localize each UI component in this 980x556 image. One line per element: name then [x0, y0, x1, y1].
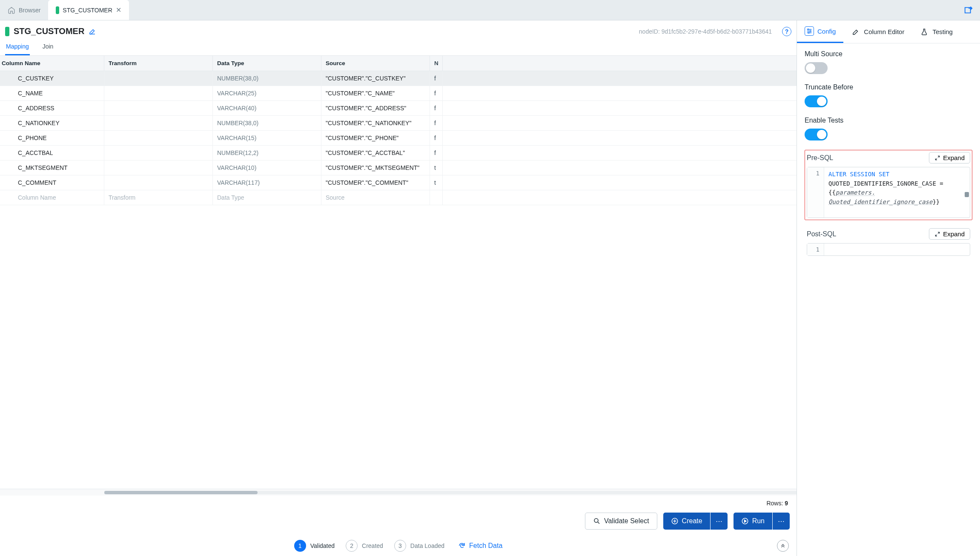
multi-source-label: Multi Source: [805, 50, 972, 58]
cell-column-name: C_MKTSEGMENT: [0, 160, 104, 175]
cell-transform: Transform: [104, 190, 213, 205]
cell-source: "CUSTOMER"."C_MKTSEGMENT": [321, 160, 430, 175]
cell-nullable: f: [430, 146, 443, 160]
multi-source-toggle[interactable]: [805, 62, 828, 74]
table-row-placeholder[interactable]: Column NameTransformData TypeSource: [0, 190, 797, 205]
help-icon[interactable]: ?: [782, 27, 791, 36]
cell-data-type: Data Type: [213, 190, 321, 205]
cell-transform: [104, 101, 213, 115]
table-row[interactable]: C_MKTSEGMENTVARCHAR(10)"CUSTOMER"."C_MKT…: [0, 160, 797, 175]
scrollbar-thumb[interactable]: [965, 192, 969, 197]
step-label: Created: [362, 542, 383, 549]
cell-transform: [104, 146, 213, 160]
run-button[interactable]: Run: [734, 513, 772, 530]
truncate-before-toggle[interactable]: [805, 95, 828, 107]
node-header: STG_CUSTOMER nodeID: 9d1fc5b2-297e-4d5f-…: [0, 20, 797, 40]
tab-browser-label: Browser: [19, 7, 40, 14]
fetch-data-button[interactable]: Fetch Data: [458, 542, 502, 550]
side-tab-config[interactable]: Config: [797, 20, 843, 43]
cell-nullable: f: [430, 101, 443, 115]
pre-sql-code[interactable]: ALTER SESSION SET QUOTED_IDENTIFIERS_IGN…: [824, 167, 970, 218]
tabs-bar: Browser STG_CUSTOMER ✕: [0, 0, 980, 20]
edit-icon[interactable]: [89, 28, 96, 35]
svg-point-4: [810, 31, 811, 32]
enable-tests-label: Enable Tests: [805, 117, 972, 124]
cell-source: "CUSTOMER"."C_ADDRESS": [321, 101, 430, 115]
cell-column-name: C_COMMENT: [0, 175, 104, 190]
tab-browser[interactable]: Browser: [0, 0, 48, 20]
svg-point-5: [808, 32, 809, 34]
col-header-name[interactable]: Column Name: [0, 56, 104, 71]
cell-nullable: f: [430, 116, 443, 130]
svg-point-0: [594, 519, 598, 522]
pre-sql-section: Pre-SQL Expand 1 ALTER SESSION SET QUOTE…: [805, 150, 972, 220]
col-header-type[interactable]: Data Type: [213, 56, 321, 71]
subtab-mapping[interactable]: Mapping: [5, 43, 30, 55]
more-icon: ⋯: [778, 517, 785, 525]
col-header-transform[interactable]: Transform: [104, 56, 213, 71]
step-number-icon: 1: [294, 540, 306, 552]
cell-column-name: C_ADDRESS: [0, 101, 104, 115]
step-label: Validated: [310, 542, 335, 549]
enable-tests-toggle[interactable]: [805, 129, 828, 140]
run-more-button[interactable]: ⋯: [773, 513, 790, 530]
table-row[interactable]: C_PHONEVARCHAR(15)"CUSTOMER"."C_PHONE"f: [0, 131, 797, 146]
col-header-source[interactable]: Source: [321, 56, 430, 71]
cell-data-type: VARCHAR(15): [213, 131, 321, 145]
table-row[interactable]: C_ACCTBALNUMBER(12,2)"CUSTOMER"."C_ACCTB…: [0, 146, 797, 160]
line-number: 1: [807, 167, 824, 218]
pre-sql-expand-button[interactable]: Expand: [929, 152, 970, 163]
cell-nullable: t: [430, 160, 443, 175]
cell-data-type: VARCHAR(10): [213, 160, 321, 175]
table-row[interactable]: C_ADDRESSVARCHAR(40)"CUSTOMER"."C_ADDRES…: [0, 101, 797, 116]
rows-count: Rows: 9: [0, 496, 797, 511]
node-id: nodeID: 9d1fc5b2-297e-4d5f-b6d2-b03771b4…: [639, 28, 772, 35]
status-step: 1Validated: [294, 540, 335, 552]
collapse-icon[interactable]: [777, 540, 789, 552]
cell-data-type: NUMBER(12,2): [213, 146, 321, 160]
table-row[interactable]: C_COMMENTVARCHAR(117)"CUSTOMER"."C_COMME…: [0, 175, 797, 190]
subtab-join[interactable]: Join: [42, 43, 54, 55]
svg-point-3: [808, 29, 809, 30]
cell-column-name: C_PHONE: [0, 131, 104, 145]
cell-column-name: Column Name: [0, 190, 104, 205]
cell-source: "CUSTOMER"."C_CUSTKEY": [321, 71, 430, 86]
table-row[interactable]: C_NAMEVARCHAR(25)"CUSTOMER"."C_NAME"f: [0, 86, 797, 101]
horizontal-scrollbar[interactable]: [0, 489, 797, 496]
table-row[interactable]: C_NATIONKEYNUMBER(38,0)"CUSTOMER"."C_NAT…: [0, 116, 797, 131]
mapping-grid: Column Name Transform Data Type Source N…: [0, 56, 797, 496]
cell-column-name: C_ACCTBAL: [0, 146, 104, 160]
cell-source: "CUSTOMER"."C_ACCTBAL": [321, 146, 430, 160]
cell-transform: [104, 160, 213, 175]
side-tab-column-editor[interactable]: Column Editor: [843, 20, 912, 43]
post-sql-label: Post-SQL: [807, 230, 836, 238]
cell-nullable: t: [430, 175, 443, 190]
cell-source: "CUSTOMER"."C_NAME": [321, 86, 430, 100]
cell-transform: [104, 175, 213, 190]
close-icon[interactable]: ✕: [116, 6, 121, 14]
table-row[interactable]: C_CUSTKEYNUMBER(38,0)"CUSTOMER"."C_CUSTK…: [0, 71, 797, 86]
open-external-button[interactable]: [957, 6, 980, 15]
cell-nullable: f: [430, 131, 443, 145]
create-more-button[interactable]: ⋯: [711, 513, 728, 530]
col-header-null[interactable]: N: [430, 56, 443, 71]
validate-select-button[interactable]: Validate Select: [585, 513, 657, 530]
create-button[interactable]: Create: [663, 513, 710, 530]
post-sql-code[interactable]: [824, 244, 970, 255]
post-sql-expand-button[interactable]: Expand: [929, 228, 970, 240]
node-badge-icon: [56, 6, 59, 14]
flask-icon: [920, 27, 929, 37]
expand-icon: [934, 231, 940, 237]
node-title: STG_CUSTOMER: [14, 26, 84, 36]
pre-sql-editor[interactable]: 1 ALTER SESSION SET QUOTED_IDENTIFIERS_I…: [807, 167, 970, 218]
cell-transform: [104, 71, 213, 86]
sliders-icon: [805, 26, 814, 36]
side-tab-testing[interactable]: Testing: [912, 20, 960, 43]
cell-source: "CUSTOMER"."C_COMMENT": [321, 175, 430, 190]
post-sql-editor[interactable]: 1: [807, 243, 970, 256]
cell-transform: [104, 131, 213, 145]
tab-node[interactable]: STG_CUSTOMER ✕: [48, 0, 129, 20]
subtabs: Mapping Join: [0, 40, 797, 56]
plus-circle-icon: [671, 517, 679, 525]
cell-column-name: C_NATIONKEY: [0, 116, 104, 130]
